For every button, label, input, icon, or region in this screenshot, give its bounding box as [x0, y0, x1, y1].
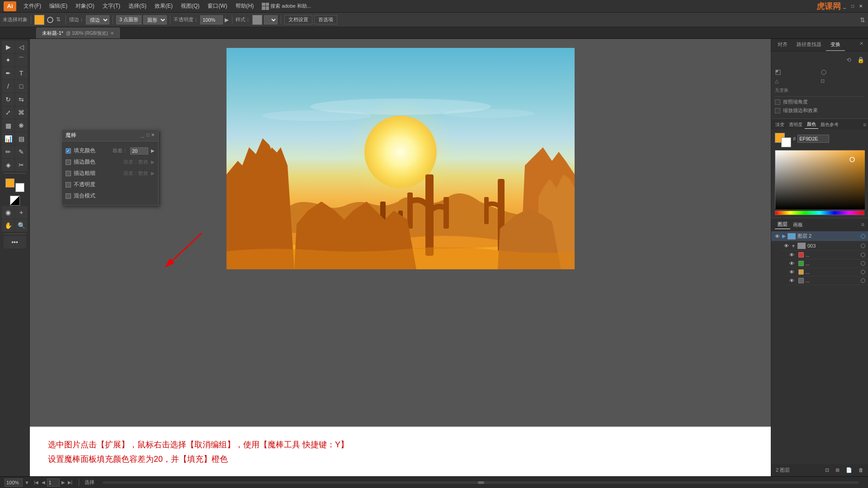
opacity-input[interactable]	[200, 15, 223, 24]
scale-tool[interactable]: ⤢	[2, 106, 14, 119]
reflect-tool[interactable]: ⇆	[15, 93, 28, 106]
magic-wand-tool[interactable]: ✦	[2, 54, 14, 66]
layer-visibility-eye-2[interactable]: 👁	[774, 234, 780, 239]
layer-eye-red[interactable]: 👁	[788, 252, 795, 258]
workspace-switcher-icon[interactable]	[262, 3, 269, 10]
status-progress-bar[interactable]	[103, 481, 859, 484]
layer-eye-grey[interactable]: 👁	[788, 278, 795, 283]
menu-item-effect[interactable]: 效果(E)	[151, 1, 176, 11]
prefs-button[interactable]: 首选项	[314, 15, 337, 24]
make-clipping-mask-icon[interactable]: ⊡	[823, 466, 831, 474]
menu-item-window[interactable]: 窗口(W)	[204, 1, 231, 11]
layer-item-layer2[interactable]: 👁 ▶ 图层 2	[771, 231, 868, 241]
style-select[interactable]	[264, 15, 278, 24]
minimize-button[interactable]: ⎯	[841, 3, 848, 10]
layer-item-color-yellow[interactable]: 👁 ...	[786, 268, 868, 277]
stroke-updown-icon[interactable]: ⇅	[56, 16, 62, 23]
new-layer-icon[interactable]: 📄	[844, 466, 854, 474]
select-tool[interactable]: ▶	[2, 41, 14, 53]
symbol-tool[interactable]: ❋	[15, 119, 28, 132]
background-color-swatch[interactable]	[781, 137, 791, 147]
brush-tool[interactable]: ✏	[2, 145, 14, 158]
wand-stroke-width-checkbox[interactable]	[66, 171, 71, 176]
measure-tool[interactable]: +	[15, 206, 28, 219]
area-type-tool[interactable]: ▤	[15, 132, 28, 145]
zoom-input[interactable]	[5, 479, 23, 487]
foreground-color-box[interactable]	[5, 178, 14, 188]
tab-transform[interactable]: 变换	[826, 39, 845, 51]
rotate-tool[interactable]: ↻	[2, 93, 14, 106]
new-artboard-icon[interactable]: ⊞	[834, 466, 841, 474]
lasso-tool[interactable]: ⌒	[15, 54, 28, 66]
type-tool[interactable]: T	[15, 67, 28, 80]
wand-blend-mode-checkbox[interactable]	[66, 193, 71, 199]
transform-checkbox-2[interactable]	[775, 108, 780, 113]
search-box[interactable]: 搜索 adobe 和助...	[270, 3, 311, 9]
tab-pathfinder[interactable]: 路径查找器	[792, 39, 826, 51]
tab-close-button[interactable]: ✕	[110, 31, 114, 36]
transform-checkbox-1[interactable]	[775, 99, 780, 105]
color-panel-menu-icon[interactable]: ≡	[863, 122, 866, 128]
wand-opacity-checkbox[interactable]	[66, 182, 71, 188]
layers-menu-icon[interactable]: ≡	[861, 221, 864, 228]
eraser-tool[interactable]: ◈	[2, 159, 14, 171]
tab-color[interactable]: 颜色	[805, 120, 818, 129]
delete-layer-icon[interactable]: 🗑	[857, 466, 865, 474]
color-gradient-picker[interactable]	[775, 150, 864, 209]
graph-tool[interactable]: ▦	[2, 119, 14, 132]
tab-align[interactable]: 对齐	[773, 39, 792, 51]
wand-panel-close-button[interactable]: ✕	[151, 132, 155, 139]
warp-tool[interactable]: ⌘	[15, 106, 28, 119]
document-tab[interactable]: 未标题-1* @ 100% (RGB/预览) ✕	[36, 28, 120, 38]
pen-tool[interactable]: ✒	[2, 67, 14, 80]
menu-item-help[interactable]: 帮助(H)	[232, 1, 258, 11]
menu-item-text[interactable]: 文字(T)	[99, 1, 124, 11]
status-progress-thumb[interactable]	[478, 481, 484, 484]
blend-select[interactable]: 擂边	[86, 15, 109, 24]
column-graph-tool[interactable]: 📊	[2, 132, 14, 145]
tab-color-ref[interactable]: 颜色参考	[818, 121, 841, 129]
eyedropper-tool[interactable]: ◉	[2, 206, 14, 219]
wand-stroke-color-checkbox[interactable]	[66, 160, 71, 165]
style-swatch[interactable]	[252, 15, 262, 25]
wand-panel-expand-button[interactable]: □	[146, 132, 149, 139]
color-hex-input[interactable]	[797, 135, 829, 143]
color-hue-slider[interactable]	[775, 211, 864, 215]
layer-eye-yellow[interactable]: 👁	[788, 269, 795, 275]
menu-item-select[interactable]: 选择(S)	[125, 1, 150, 11]
wand-width-expand[interactable]: ▶	[151, 171, 155, 176]
zoom-tool[interactable]: 🔍	[15, 219, 28, 232]
prev-page-button[interactable]: ◀	[41, 480, 46, 485]
first-page-button[interactable]: |◀	[33, 480, 40, 485]
layer-visibility-eye-003[interactable]: 👁	[783, 243, 789, 249]
wand-fill-color-checkbox[interactable]	[66, 148, 71, 154]
wand-stroke-expand[interactable]: ▶	[151, 160, 155, 164]
transform-reset-icon[interactable]: ⟲	[846, 56, 854, 65]
transform-lock-icon[interactable]: 🔒	[857, 56, 864, 65]
layer-item-003[interactable]: 👁 ▼ 003	[780, 241, 868, 251]
brush-size[interactable]: 3 点圆形	[116, 15, 142, 24]
stroke-icon[interactable]	[46, 16, 54, 24]
tab-gradients[interactable]: 淡变	[773, 121, 787, 129]
right-panel-close-button[interactable]: ✕	[857, 39, 866, 51]
pencil-tool[interactable]: ✎	[15, 145, 28, 158]
more-tools-button[interactable]: •••	[4, 236, 26, 249]
layer-item-color-grey[interactable]: 👁 ...	[786, 277, 868, 285]
brush-type-select[interactable]: 圆形	[143, 15, 167, 24]
layer-expand-icon-2[interactable]: ▶	[782, 233, 786, 239]
menu-item-file[interactable]: 文件(F)	[20, 1, 45, 11]
menu-item-object[interactable]: 对象(O)	[72, 1, 98, 11]
line-tool[interactable]: /	[2, 80, 14, 93]
maximize-button[interactable]: □	[849, 3, 856, 10]
scissors-tool[interactable]: ✂	[15, 159, 28, 171]
layer-item-color-red[interactable]: 👁 ...	[786, 251, 868, 259]
tab-transparency[interactable]: 透明度	[787, 121, 805, 129]
color-mode-icon[interactable]	[10, 196, 20, 206]
artboard-tab[interactable]: 画板	[790, 221, 806, 229]
rect-tool[interactable]: □	[15, 80, 28, 93]
last-page-button[interactable]: ▶|	[67, 480, 74, 485]
fill-color-box[interactable]	[34, 15, 44, 25]
menu-item-edit[interactable]: 编辑(E)	[46, 1, 71, 11]
wand-panel-collapse-button[interactable]: ＿	[140, 132, 145, 139]
arrange-icon[interactable]: ⇅	[860, 16, 865, 23]
